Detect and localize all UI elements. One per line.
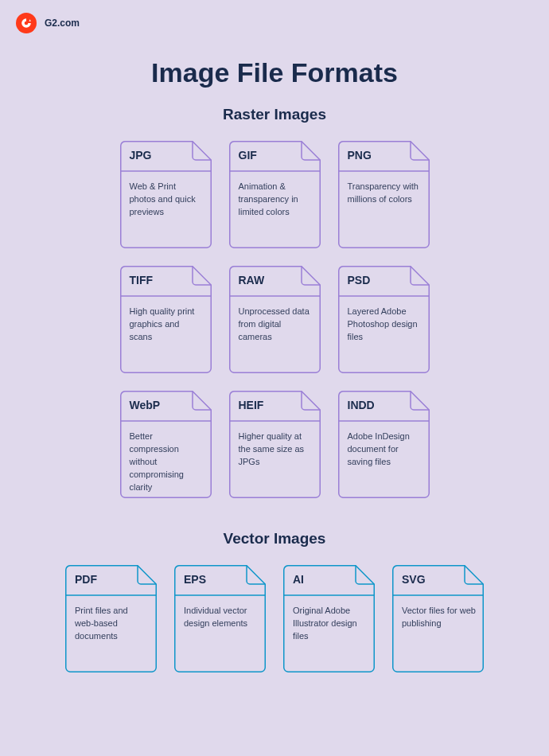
format-card-raw: RAWUnprocessed data from digital cameras	[229, 266, 321, 373]
format-card-ai: AIOriginal Adobe Illustrator design file…	[283, 565, 375, 672]
section-title-vector: Vector Images	[0, 530, 549, 548]
format-card-indd: INDDAdobe InDesign document for saving f…	[338, 391, 430, 498]
format-description: Vector files for web publishing	[402, 605, 476, 666]
format-description: Unprocessed data from digital cameras	[239, 306, 313, 367]
format-description: Web & Print photos and quick previews	[130, 181, 204, 242]
format-code: WebP	[130, 399, 188, 411]
format-card-svg: SVGVector files for web publishing	[392, 565, 484, 672]
format-code: JPG	[130, 149, 188, 162]
format-code: PDF	[75, 573, 133, 586]
format-code: RAW	[239, 274, 297, 286]
format-code: GIF	[239, 149, 297, 162]
g2-glyph	[21, 18, 32, 29]
format-card-gif: GIFAnimation & transparency in limited c…	[229, 141, 321, 248]
vector-grid: PDFPrint files and web-based documents E…	[0, 565, 549, 672]
brand-label: G2.com	[45, 18, 80, 29]
header: G2.com	[0, 0, 549, 46]
format-code: PNG	[348, 149, 406, 162]
format-card-webp: WebPBetter compression without compromis…	[120, 391, 212, 498]
format-card-jpg: JPGWeb & Print photos and quick previews	[120, 141, 212, 248]
format-code: INDD	[348, 399, 406, 411]
format-description: Layered Adobe Photoshop design files	[348, 306, 422, 367]
format-description: Animation & transparency in limited colo…	[239, 181, 313, 242]
format-card-eps: EPSIndividual vector design elements	[174, 565, 266, 672]
format-code: SVG	[402, 573, 460, 586]
format-description: Original Adobe Illustrator design files	[293, 605, 367, 666]
format-description: High quality print graphics and scans	[130, 306, 204, 367]
format-description: Better compression without compromising …	[130, 431, 204, 492]
format-code: PSD	[348, 274, 406, 286]
format-card-heif: HEIFHigher quality at the same size as J…	[229, 391, 321, 498]
format-description: Transparency with millions of colors	[348, 181, 422, 242]
format-description: Individual vector design elements	[184, 605, 258, 666]
g2-logo-icon	[16, 13, 37, 33]
format-code: TIFF	[130, 274, 188, 286]
format-description: Print files and web-based documents	[75, 605, 149, 666]
raster-grid: JPGWeb & Print photos and quick previews…	[0, 141, 549, 498]
format-code: EPS	[184, 573, 242, 586]
section-title-raster: Raster Images	[0, 106, 549, 123]
format-code: HEIF	[239, 399, 297, 411]
format-card-pdf: PDFPrint files and web-based documents	[65, 565, 157, 672]
format-card-png: PNGTransparency with millions of colors	[338, 141, 430, 248]
page-title: Image File Formats	[0, 57, 549, 88]
format-code: AI	[293, 573, 351, 586]
format-card-tiff: TIFFHigh quality print graphics and scan…	[120, 266, 212, 373]
format-description: Adobe InDesign document for saving files	[348, 431, 422, 492]
format-description: Higher quality at the same size as JPGs	[239, 431, 313, 492]
format-card-psd: PSDLayered Adobe Photoshop design files	[338, 266, 430, 373]
